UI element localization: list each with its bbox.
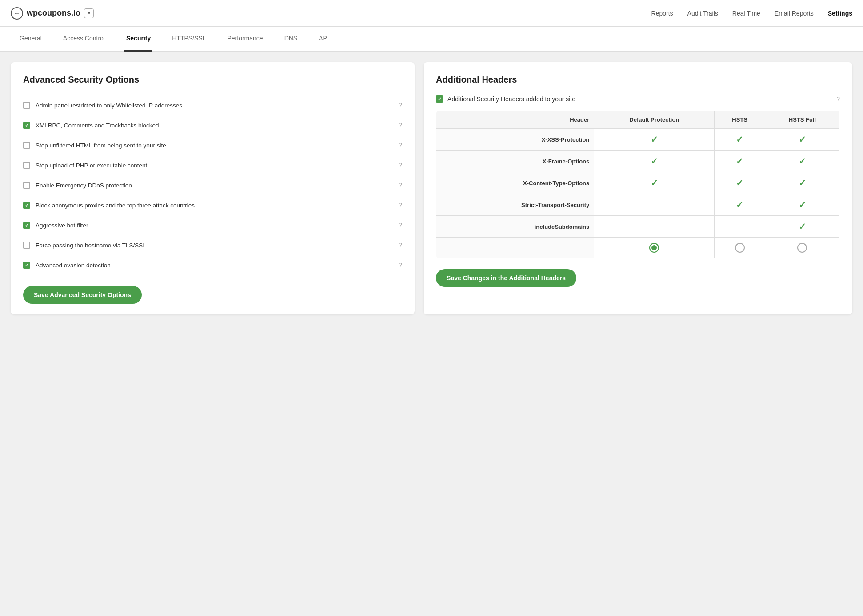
row-3-hsts-full: ✓ [765, 194, 839, 216]
radio-default-button[interactable] [649, 243, 659, 253]
radio-hsts-full-wrapper[interactable] [770, 243, 835, 253]
option-label-0: Admin panel restricted to only Whitelist… [36, 102, 182, 109]
option-left-3: Stop upload of PHP or executable content [23, 162, 399, 169]
option-left-2: Stop unfiltered HTML from being sent to … [23, 142, 399, 149]
option-help-1[interactable]: ? [399, 122, 402, 129]
tab-api[interactable]: API [317, 27, 331, 52]
radio-hsts-wrapper[interactable] [719, 243, 760, 253]
tab-https-ssl[interactable]: HTTPS/SSL [170, 27, 208, 52]
col-default-protection: Default Protection [594, 111, 715, 129]
tab-dns[interactable]: DNS [283, 27, 300, 52]
check-icon: ✓ [799, 200, 806, 210]
row-2-hsts: ✓ [715, 172, 765, 194]
option-row-0: Admin panel restricted to only Whitelist… [23, 95, 402, 115]
tab-security[interactable]: Security [124, 27, 152, 52]
row-2-default: ✓ [594, 172, 715, 194]
option-label-8: Advanced evasion detection [36, 262, 111, 269]
radio-default[interactable] [594, 238, 715, 258]
table-row-3: Strict-Transport-Security ✓ ✓ [436, 194, 840, 216]
option-row-3: Stop upload of PHP or executable content… [23, 155, 402, 175]
option-left-4: Enable Emergency DDoS protection [23, 182, 399, 189]
table-radio-row [436, 238, 840, 258]
row-4-hsts-full: ✓ [765, 216, 839, 238]
additional-headers-card: Additional Headers Additional Security H… [424, 62, 852, 314]
row-0-hsts-full: ✓ [765, 129, 839, 151]
nav-reports[interactable]: Reports [651, 10, 673, 17]
check-icon: ✓ [799, 222, 806, 231]
table-row-2: X-Content-Type-Options ✓ ✓ ✓ [436, 172, 840, 194]
radio-default-dot [651, 245, 657, 250]
option-help-8[interactable]: ? [399, 262, 402, 269]
tab-general[interactable]: General [18, 27, 44, 52]
option-label-7: Force passing the hostname via TLS/SSL [36, 242, 146, 249]
table-row-0: X-XSS-Protection ✓ ✓ ✓ [436, 129, 840, 151]
row-1-hsts: ✓ [715, 151, 765, 172]
top-nav: ← wpcoupons.io ▾ Reports Audit Trails Re… [0, 0, 863, 27]
option-label-2: Stop unfiltered HTML from being sent to … [36, 142, 166, 149]
brand-dropdown-button[interactable]: ▾ [84, 8, 94, 18]
nav-settings[interactable]: Settings [828, 10, 852, 17]
radio-row-header [436, 238, 594, 258]
tab-access-control[interactable]: Access Control [61, 27, 107, 52]
check-icon: ✓ [736, 135, 743, 144]
radio-hsts-full-button[interactable] [797, 243, 807, 253]
option-row-7: Force passing the hostname via TLS/SSL ? [23, 235, 402, 255]
row-1-default: ✓ [594, 151, 715, 172]
back-button[interactable]: ← [11, 7, 23, 20]
nav-email-reports[interactable]: Email Reports [775, 10, 814, 17]
radio-hsts[interactable] [715, 238, 765, 258]
row-3-header: Strict-Transport-Security [436, 194, 594, 216]
option-checkbox-5[interactable] [23, 202, 30, 209]
tab-performance[interactable]: Performance [225, 27, 264, 52]
option-row-5: Block anonymous proxies and the top thre… [23, 195, 402, 215]
additional-headers-checkbox[interactable] [436, 95, 443, 103]
check-icon: ✓ [736, 156, 743, 166]
option-checkbox-2[interactable] [23, 142, 30, 149]
option-left-8: Advanced evasion detection [23, 262, 399, 269]
option-checkbox-4[interactable] [23, 182, 30, 189]
save-advanced-security-button[interactable]: Save Advanced Security Options [23, 286, 142, 304]
option-help-5[interactable]: ? [399, 202, 402, 209]
option-label-5: Block anonymous proxies and the top thre… [36, 202, 195, 209]
option-help-7[interactable]: ? [399, 242, 402, 249]
col-hsts: HSTS [715, 111, 765, 129]
nav-audit-trails[interactable]: Audit Trails [687, 10, 718, 17]
radio-hsts-full[interactable] [765, 238, 839, 258]
option-left-5: Block anonymous proxies and the top thre… [23, 202, 399, 209]
option-label-6: Aggressive bot filter [36, 222, 88, 229]
option-row-4: Enable Emergency DDoS protection ? [23, 175, 402, 195]
check-icon: ✓ [799, 135, 806, 144]
option-left-0: Admin panel restricted to only Whitelist… [23, 102, 399, 109]
radio-hsts-button[interactable] [735, 243, 745, 253]
option-row-2: Stop unfiltered HTML from being sent to … [23, 135, 402, 155]
check-icon: ✓ [651, 156, 658, 166]
save-additional-headers-button[interactable]: Save Changes in the Additional Headers [436, 269, 576, 287]
option-row-8: Advanced evasion detection ? [23, 255, 402, 275]
additional-headers-label: Additional Security Headers added to you… [447, 95, 575, 103]
option-row-6: Aggressive bot filter ? [23, 215, 402, 235]
left-card-title: Advanced Security Options [23, 75, 402, 85]
option-checkbox-7[interactable] [23, 242, 30, 249]
additional-headers-help[interactable]: ? [836, 95, 840, 103]
row-1-header: X-Frame-Options [436, 151, 594, 172]
row-4-default [594, 216, 715, 238]
option-help-0[interactable]: ? [399, 102, 402, 109]
option-help-6[interactable]: ? [399, 222, 402, 229]
option-left-6: Aggressive bot filter [23, 222, 399, 229]
option-help-2[interactable]: ? [399, 142, 402, 149]
radio-default-wrapper[interactable] [599, 243, 710, 253]
advanced-security-options-card: Advanced Security Options Admin panel re… [11, 62, 415, 314]
nav-real-time[interactable]: Real Time [732, 10, 760, 17]
row-3-default [594, 194, 715, 216]
option-row-1: XMLRPC, Comments and Trackbacks blocked … [23, 115, 402, 135]
option-help-4[interactable]: ? [399, 182, 402, 189]
option-checkbox-8[interactable] [23, 262, 30, 269]
check-icon: ✓ [736, 200, 743, 210]
option-checkbox-3[interactable] [23, 162, 30, 169]
row-2-hsts-full: ✓ [765, 172, 839, 194]
option-checkbox-6[interactable] [23, 222, 30, 229]
row-0-default: ✓ [594, 129, 715, 151]
option-checkbox-1[interactable] [23, 122, 30, 129]
option-checkbox-0[interactable] [23, 102, 30, 109]
option-help-3[interactable]: ? [399, 162, 402, 169]
